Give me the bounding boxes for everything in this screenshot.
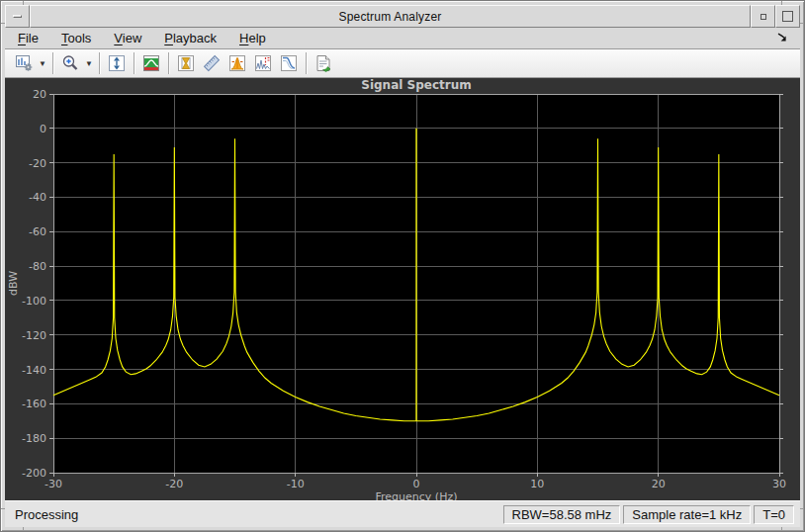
- distortion-measurements-button[interactable]: [250, 51, 276, 75]
- y-axis-label: dBW: [7, 271, 20, 296]
- svg-text:-180: -180: [22, 432, 46, 445]
- svg-text:-20: -20: [29, 157, 46, 170]
- svg-text:0: 0: [413, 478, 420, 490]
- ccdf-icon: [279, 53, 299, 73]
- menu-view[interactable]: View: [109, 29, 146, 47]
- spectrum-settings-icon: [141, 53, 161, 73]
- menu-playback[interactable]: Playback: [159, 29, 222, 47]
- plot-title: Signal Spectrum: [361, 78, 471, 92]
- window-menu-button[interactable]: [5, 5, 30, 28]
- menu-file[interactable]: File: [13, 29, 44, 47]
- zoom-in-icon: [60, 53, 80, 73]
- peak-finder-icon: [227, 53, 247, 73]
- cursor-measurements-button[interactable]: [173, 51, 199, 75]
- svg-text:20: 20: [652, 478, 666, 490]
- svg-text:0: 0: [40, 123, 46, 135]
- frame-notch: [800, 23, 804, 24]
- svg-text:20: 20: [33, 88, 46, 101]
- svg-text:-80: -80: [29, 260, 46, 273]
- configuration-dropdown-button[interactable]: ▼: [37, 51, 48, 75]
- zoom-dropdown-button[interactable]: ▼: [83, 51, 95, 75]
- toolbar-separator: [306, 52, 307, 74]
- svg-text:-160: -160: [22, 398, 46, 410]
- ccdf-measurements-button[interactable]: [276, 51, 302, 75]
- frame-notch: [800, 508, 804, 509]
- autoscale-y-icon: [107, 53, 127, 73]
- minimize-button[interactable]: [751, 5, 775, 28]
- zoom-in-button[interactable]: [57, 51, 83, 75]
- titlebar[interactable]: Spectrum Analyzer: [5, 5, 800, 28]
- figure-area: 200-20-40-60-80-100-120-140-160-180-200-…: [5, 78, 800, 500]
- peak-finder-button[interactable]: [224, 51, 250, 75]
- ruler-measure-button[interactable]: [199, 51, 224, 75]
- generate-script-icon: [313, 53, 333, 73]
- menu-help[interactable]: Help: [234, 29, 271, 47]
- maximize-icon: [782, 11, 793, 22]
- configuration-icon: [14, 53, 34, 73]
- toolbar-separator: [168, 52, 169, 74]
- window-menu-icon: [13, 15, 22, 18]
- window-title: Spectrum Analyzer: [30, 5, 751, 28]
- generate-script-button[interactable]: [311, 51, 336, 75]
- svg-text:-10: -10: [287, 478, 305, 490]
- distortion-measurements-icon: [253, 53, 273, 73]
- svg-text:-20: -20: [165, 478, 183, 490]
- frame-notch: [1, 23, 5, 24]
- svg-text:-200: -200: [22, 467, 46, 480]
- svg-text:30: 30: [772, 478, 786, 490]
- svg-text:-60: -60: [29, 225, 46, 238]
- svg-text:-100: -100: [22, 295, 46, 308]
- spectrum-analyzer-window: Spectrum Analyzer File Tools View Playba…: [0, 0, 805, 532]
- svg-text:-40: -40: [29, 191, 46, 204]
- spectrum-plot[interactable]: 200-20-40-60-80-100-120-140-160-180-200-…: [5, 78, 800, 500]
- statusbar: Processing RBW=58.58 mHz Sample rate=1 k…: [5, 500, 800, 527]
- svg-text:-120: -120: [22, 329, 46, 342]
- toolbar-separator: [52, 52, 53, 74]
- frame-notch: [1, 508, 5, 509]
- autoscale-y-button[interactable]: [104, 51, 130, 75]
- svg-text:-140: -140: [22, 364, 46, 377]
- frame-notch: [23, 1, 24, 5]
- frame-notch: [781, 527, 782, 531]
- svg-text:10: 10: [530, 478, 544, 490]
- toolbar-separator: [99, 52, 100, 74]
- toolbar-separator: [134, 52, 134, 74]
- minimize-icon: [760, 14, 766, 20]
- frame-notch: [23, 527, 24, 531]
- time-panel: T=0: [754, 505, 794, 524]
- ruler-icon: [202, 53, 222, 73]
- menu-overflow-icon[interactable]: [776, 32, 788, 44]
- sample-rate-panel: Sample rate=1 kHz: [623, 505, 751, 524]
- cursor-measurements-icon: [176, 53, 196, 73]
- maximize-button[interactable]: [775, 5, 800, 28]
- toolbar: ▼ ▼: [5, 49, 800, 78]
- configuration-button[interactable]: [11, 51, 37, 75]
- status-message: Processing: [15, 507, 500, 522]
- x-axis-label: Frequency (Hz): [376, 490, 458, 500]
- rbw-panel: RBW=58.58 mHz: [503, 505, 621, 524]
- svg-text:-30: -30: [45, 478, 62, 490]
- frame-notch: [781, 1, 782, 5]
- spectrum-settings-button[interactable]: [138, 51, 164, 75]
- menu-tools[interactable]: Tools: [56, 29, 96, 47]
- menubar: File Tools View Playback Help: [5, 28, 800, 49]
